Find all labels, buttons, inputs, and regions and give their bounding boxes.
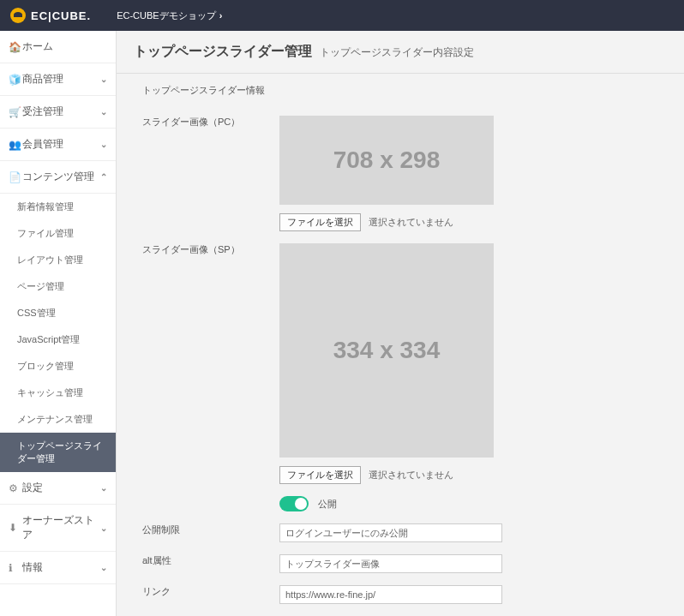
sidebar: 🏠 ホーム 🧊 商品管理 🛒 受注管理 👥 会員管理 📄 コンテンツ管理 新着情… <box>0 31 117 616</box>
sub-item-css[interactable]: CSS管理 <box>0 300 116 326</box>
sub-item-top-slider[interactable]: トップページスライダー管理 <box>0 433 116 472</box>
form-area: スライダー画像（PC） 708 x 298 ファイルを選択 選択されていません … <box>117 104 684 616</box>
file-status-pc: 選択されていません <box>369 217 453 227</box>
label-alt: alt属性 <box>142 554 279 573</box>
sidebar-item-label: 会員管理 <box>22 137 100 152</box>
sidebar-submenu-content: 新着情報管理 ファイル管理 レイアウト管理 ページ管理 CSS管理 JavaSc… <box>0 194 116 472</box>
sidebar-item-member[interactable]: 👥 会員管理 <box>0 129 116 161</box>
sidebar-item-order[interactable]: 🛒 受注管理 <box>0 96 116 129</box>
publish-restrict-input[interactable] <box>279 523 502 542</box>
chevron-down-icon <box>100 563 107 572</box>
publish-toggle-label: 公開 <box>318 499 337 509</box>
info-icon: ℹ <box>9 562 22 574</box>
chevron-down-icon <box>100 483 107 493</box>
sidebar-item-owners-store[interactable]: ⬇ オーナーズストア <box>0 505 116 552</box>
label-slider-image-sp: スライダー画像（SP） <box>142 243 279 484</box>
chevron-down-icon <box>100 107 107 117</box>
sidebar-item-label: オーナーズストア <box>22 513 100 542</box>
chevron-right-icon <box>219 10 223 21</box>
row-publish-toggle: 公開 <box>142 484 658 511</box>
page-subtitle: トップページスライダー内容設定 <box>320 46 474 58</box>
sub-item-news[interactable]: 新着情報管理 <box>0 194 116 220</box>
row-publish-restrict: 公開制限 <box>142 511 658 542</box>
chevron-up-icon <box>100 172 107 182</box>
cube-icon: 🧊 <box>9 74 22 86</box>
sub-item-page[interactable]: ページ管理 <box>0 273 116 300</box>
sidebar-item-label: コンテンツ管理 <box>22 170 100 184</box>
sidebar-item-info[interactable]: ℹ 情報 <box>0 552 116 584</box>
chevron-down-icon <box>100 140 107 149</box>
download-icon: ⬇ <box>9 522 22 534</box>
sub-item-file[interactable]: ファイル管理 <box>0 220 116 247</box>
sidebar-item-label: 商品管理 <box>22 72 100 87</box>
shop-name-label: EC-CUBEデモショップ <box>117 9 216 22</box>
publish-toggle[interactable] <box>279 496 309 511</box>
sidebar-item-content[interactable]: 📄 コンテンツ管理 <box>0 161 116 194</box>
logo-text: EC|CUBE. <box>31 9 91 22</box>
preview-image-pc: 708 x 298 <box>279 116 494 205</box>
file-status-sp: 選択されていません <box>369 469 453 480</box>
home-icon: 🏠 <box>9 41 22 53</box>
logo: EC|CUBE. <box>10 8 91 23</box>
main-content: トップページスライダー管理 トップページスライダー内容設定 トップページスライダ… <box>117 31 684 616</box>
chevron-down-icon <box>100 523 107 533</box>
row-alt: alt属性 <box>142 542 658 573</box>
sidebar-item-label: 受注管理 <box>22 105 100 119</box>
sidebar-item-label: 設定 <box>22 481 100 495</box>
topbar: EC|CUBE. EC-CUBEデモショップ <box>0 0 684 31</box>
row-link: リンク 別タブで開く <box>142 573 658 616</box>
users-icon: 👥 <box>9 139 22 151</box>
sub-item-cache[interactable]: キャッシュ管理 <box>0 380 116 406</box>
row-slider-image-pc: スライダー画像（PC） 708 x 298 ファイルを選択 選択されていません <box>142 104 658 231</box>
section-label: トップページスライダー情報 <box>117 74 684 104</box>
label-empty <box>142 496 279 511</box>
label-slider-image-pc: スライダー画像（PC） <box>142 116 279 231</box>
sidebar-item-label: ホーム <box>22 39 107 54</box>
label-publish-restrict: 公開制限 <box>142 523 279 542</box>
sub-item-maintenance[interactable]: メンテナンス管理 <box>0 406 116 433</box>
preview-image-sp: 334 x 334 <box>279 243 494 458</box>
chevron-down-icon <box>100 75 107 84</box>
sidebar-item-settings[interactable]: ⚙ 設定 <box>0 472 116 505</box>
file-select-button-sp[interactable]: ファイルを選択 <box>279 466 361 484</box>
shop-link[interactable]: EC-CUBEデモショップ <box>117 9 222 22</box>
file-select-button-pc[interactable]: ファイルを選択 <box>279 213 361 231</box>
cart-icon: 🛒 <box>9 106 22 118</box>
sidebar-item-label: 情報 <box>22 560 100 575</box>
file-icon: 📄 <box>9 171 22 183</box>
sub-item-js[interactable]: JavaScript管理 <box>0 326 116 353</box>
logo-icon <box>10 8 26 23</box>
page-heading: トップページスライダー管理 トップページスライダー内容設定 <box>117 31 684 74</box>
sub-item-block[interactable]: ブロック管理 <box>0 353 116 380</box>
sidebar-item-product[interactable]: 🧊 商品管理 <box>0 63 116 96</box>
gear-icon: ⚙ <box>9 482 22 494</box>
sidebar-item-home[interactable]: 🏠 ホーム <box>0 31 116 63</box>
row-slider-image-sp: スライダー画像（SP） 334 x 334 ファイルを選択 選択されていません <box>142 231 658 484</box>
label-link: リンク <box>142 585 279 616</box>
page-title: トップページスライダー管理 <box>134 44 312 58</box>
alt-input[interactable] <box>279 554 502 573</box>
sub-item-layout[interactable]: レイアウト管理 <box>0 247 116 273</box>
link-input[interactable] <box>279 585 502 604</box>
